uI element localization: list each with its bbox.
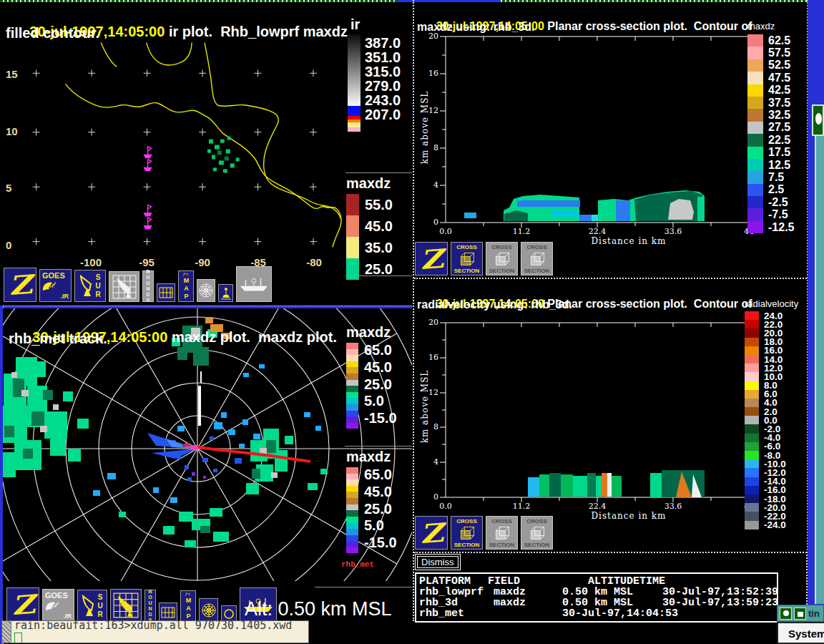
polar-grid-button[interactable] xyxy=(197,279,215,302)
x-axis-labels: 0.011.222.433.644 xyxy=(414,502,787,511)
cross-section-button-2[interactable]: CROSS SECTION xyxy=(486,516,518,550)
color-segment xyxy=(346,467,358,474)
zebra-logo-button[interactable]: Z xyxy=(4,268,36,302)
tick-label: 57.5 xyxy=(768,47,790,59)
tick-label: -24.0 xyxy=(764,519,786,530)
bounds-button[interactable]: BOUNDS xyxy=(142,270,154,302)
circle-glyph-icon xyxy=(783,610,789,616)
radar-grid-button[interactable] xyxy=(110,589,142,622)
terminal-window[interactable]: rain:beaufait:163>xdump.all 970730.1405.… xyxy=(1,620,309,643)
colorbar-row: 22.5 xyxy=(747,134,807,146)
circle-button[interactable] xyxy=(221,605,237,622)
colorbar-label: radialvelocity xyxy=(745,298,807,309)
colorbar-maxdz-ir-panel: maxdz 55.0 45.0 35.0 xyxy=(346,175,412,280)
colorbar-row: -2.5 xyxy=(747,196,807,208)
zebra-logo-button[interactable]: Z xyxy=(415,242,448,275)
cell-platform: rhb_met xyxy=(419,608,494,619)
cross-section-button-2[interactable]: CROSS SECTION xyxy=(486,242,518,275)
cube-icon xyxy=(458,525,476,542)
color-swatch xyxy=(346,194,359,215)
color-swatch xyxy=(747,184,763,196)
system-menu-label[interactable]: System xyxy=(788,628,824,640)
track-origin-marker xyxy=(185,443,190,447)
colorbar-label: maxdz xyxy=(346,449,412,465)
cell-altitude: 0.50 km MSL xyxy=(562,587,662,597)
y-tick: 0 xyxy=(433,218,438,228)
separator xyxy=(345,275,412,276)
partial-window-teal-edge xyxy=(815,136,824,604)
x-tick: 22.4 xyxy=(559,502,635,511)
surveillance-radar-button[interactable]: SUR xyxy=(77,590,107,622)
buoy-button[interactable] xyxy=(218,284,233,302)
ir-tick-label: 279.0 xyxy=(365,79,401,93)
panel-title-line2: filled contour. xyxy=(6,24,99,43)
map-squiggle-icon xyxy=(181,272,191,277)
color-swatch xyxy=(745,442,759,451)
dismiss-button[interactable]: Dismiss xyxy=(415,554,461,570)
terminal-scrollbar[interactable] xyxy=(2,621,11,643)
color-swatch xyxy=(747,171,763,183)
y-tick: 12 xyxy=(428,388,438,398)
grid-button[interactable] xyxy=(159,602,177,622)
x-tick: 22.4 xyxy=(559,227,635,236)
goes-ir-button[interactable]: GOES .IR xyxy=(42,589,74,622)
map-button[interactable]: MAP xyxy=(178,270,194,302)
hsep-right-1 xyxy=(414,278,807,279)
polar-grid-button[interactable] xyxy=(199,598,218,622)
window-button-glyph xyxy=(815,113,822,125)
cross-section-button-3[interactable]: CROSS SECTION xyxy=(521,516,553,550)
document-glyph-icon xyxy=(797,610,804,618)
color-segment xyxy=(346,492,358,498)
bounds-button[interactable]: BOUNDS xyxy=(144,590,156,622)
color-segment xyxy=(346,504,358,511)
color-swatch xyxy=(745,434,759,442)
panel-title-line2: rhb_met track. xyxy=(9,329,107,348)
zebra-logo-button[interactable]: Z xyxy=(415,516,448,550)
tin-titlebar[interactable]: tin xyxy=(777,605,824,622)
color-segment xyxy=(346,535,358,542)
zebra-z-glyph: Z xyxy=(418,518,445,547)
color-swatch xyxy=(747,47,763,59)
tick-label: 25.0 xyxy=(364,502,397,517)
color-swatch xyxy=(745,311,759,320)
color-segment xyxy=(346,392,358,399)
x-tick: 0.0 xyxy=(414,227,484,236)
color-swatch xyxy=(745,503,759,512)
window-doc-button[interactable] xyxy=(794,608,806,620)
table-header-cell: FIELD xyxy=(488,576,588,587)
tick-label: 7.5 xyxy=(768,171,784,184)
color-segment xyxy=(346,541,358,547)
color-swatch xyxy=(747,147,763,159)
colorbar-row: 7.5 xyxy=(747,171,807,183)
sur-label: SUR xyxy=(97,593,104,619)
color-swatch xyxy=(745,494,759,503)
cross-section-button-3[interactable]: CROSS SECTION xyxy=(521,242,553,275)
grid-button[interactable] xyxy=(157,283,175,302)
cell-field xyxy=(494,608,562,619)
color-segment xyxy=(346,355,358,361)
colorbar-row: 45.0 xyxy=(346,215,412,237)
tick-label: -15.0 xyxy=(364,411,397,426)
surveillance-radar-button[interactable]: SUR xyxy=(74,270,106,302)
tick-label: 45.0 xyxy=(364,484,397,499)
zebra-logo-button[interactable]: Z xyxy=(6,587,39,622)
cross-section-button-active[interactable]: CROSS SECTION xyxy=(451,516,483,550)
goes-ir-button[interactable]: GOES .IR xyxy=(39,269,72,302)
grid-radar-icon xyxy=(113,592,139,618)
colorbar-maxdz-ppi-2: maxdz 65.045.025.05.0-15.0 xyxy=(346,449,412,553)
lat-label: 10 xyxy=(6,125,18,137)
cross-section-button-active[interactable]: CROSS SECTION xyxy=(451,242,483,275)
colorbar-label: maxdz xyxy=(346,324,412,341)
colorbar-row: -12.5 xyxy=(747,221,807,233)
window-menu-button[interactable] xyxy=(780,608,792,620)
color-swatch xyxy=(745,451,759,459)
ship-button[interactable] xyxy=(236,266,272,302)
color-swatch xyxy=(745,320,759,328)
map-button[interactable]: MAP xyxy=(180,590,196,622)
color-swatch xyxy=(745,416,759,424)
color-segment xyxy=(346,374,358,380)
colorbar-ir: ir 387.0351.0315.0279.0243.0207.0 xyxy=(348,16,411,132)
latlon-grid-marks xyxy=(33,69,317,245)
radar-grid-button[interactable] xyxy=(109,271,139,302)
tick-label: 45.0 xyxy=(364,360,397,375)
